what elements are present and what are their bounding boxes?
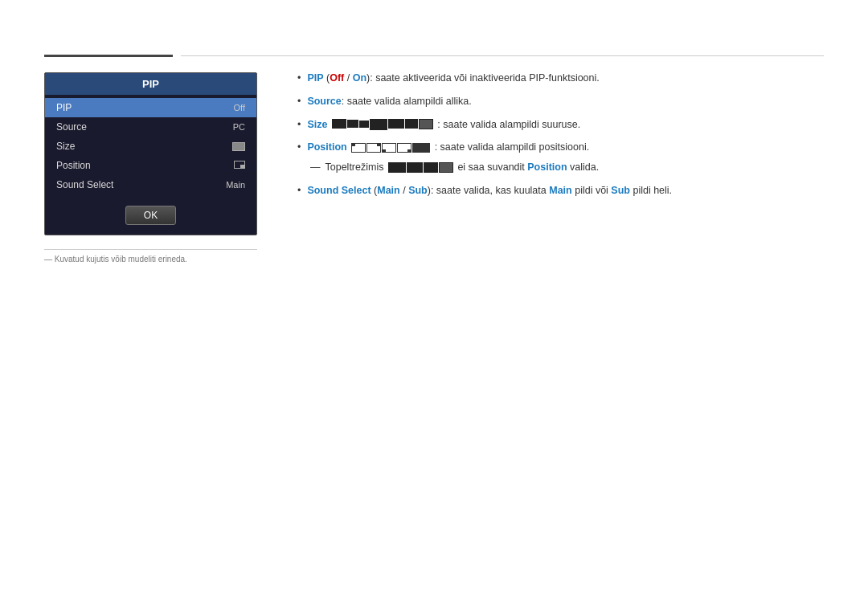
- light-line: [181, 55, 824, 56]
- bullet-position: Position : saa: [297, 140, 824, 155]
- double-mode-icons: [388, 162, 453, 173]
- pip-menu-item-sound-select[interactable]: Sound Select Main: [45, 175, 256, 194]
- bullet-size-content: Size : saate valida alampildi suuruse.: [307, 117, 824, 133]
- sound-main: Main: [377, 185, 399, 196]
- bullet-position-content: Position : saa: [307, 140, 824, 155]
- pos-icon-center: [412, 143, 430, 153]
- size-icon-5: [388, 119, 404, 129]
- size-icon-6: [405, 119, 418, 129]
- pos-icon-br: [397, 143, 411, 153]
- pos-dot: [407, 149, 411, 152]
- pip-menu-item-pip[interactable]: PIP Off: [45, 98, 256, 117]
- position-note-label: Position: [527, 161, 567, 173]
- pos-icon-tl: [351, 143, 366, 153]
- bullet-sound-select-content: Sound Select (Main / Sub): saate valida,…: [307, 183, 824, 198]
- sound-select-item-label: Sound Select: [56, 179, 113, 190]
- sound-select-label: Sound Select: [307, 185, 371, 196]
- dbl-icon-3: [424, 162, 438, 173]
- pip-title: PIP: [45, 73, 256, 95]
- dbl-icon-1: [388, 162, 406, 173]
- pip-label: PIP: [307, 72, 323, 84]
- sound-sub-2: Sub: [611, 185, 630, 196]
- size-icons: [332, 119, 433, 130]
- bullet-pip-content: PIP (Off / On): saate aktiveerida või in…: [307, 71, 824, 86]
- bullet-pip: PIP (Off / On): saate aktiveerida või in…: [297, 71, 824, 86]
- pip-menu-item-size[interactable]: Size: [45, 137, 256, 156]
- ok-button[interactable]: OK: [125, 206, 176, 225]
- pip-item-value: Off: [234, 103, 245, 112]
- position-item-label: Position: [56, 160, 91, 171]
- position-icon: [234, 161, 245, 169]
- size-icon-1: [332, 119, 346, 129]
- pip-menu-item-source[interactable]: Source PC: [45, 117, 256, 137]
- source-label: Source: [307, 96, 341, 107]
- bottom-note: ― Kuvatud kujutis võib mudeliti erineda.: [44, 249, 257, 264]
- pip-item-label: PIP: [56, 102, 72, 113]
- pip-on: On: [353, 72, 366, 84]
- pos-icon-bl: [382, 143, 396, 153]
- position-icons: [351, 143, 430, 153]
- position-item-value: [234, 161, 245, 170]
- pip-menu: PIP Off Source PC Size Position Sound Se…: [45, 95, 256, 198]
- indented-position-note: Topeltrežimis ei saa suvandit Position v…: [297, 160, 824, 175]
- pos-dot: [383, 149, 386, 152]
- bullet-source-content: Source: saate valida alampildi allika.: [307, 94, 824, 109]
- ok-button-row: OK: [45, 198, 256, 235]
- bullet-size: Size : saate valida alampildi suuruse.: [297, 117, 824, 133]
- size-item-label: Size: [56, 141, 75, 152]
- source-item-value: PC: [233, 122, 245, 132]
- top-decorative-lines: [44, 55, 824, 57]
- size-icon-7: [419, 119, 433, 129]
- size-item-value: [232, 141, 245, 152]
- pip-menu-item-position[interactable]: Position: [45, 156, 256, 175]
- content-area: PIP (Off / On): saate aktiveerida või in…: [297, 71, 824, 206]
- source-item-label: Source: [56, 121, 87, 133]
- pos-dot: [377, 144, 380, 146]
- pip-off: Off: [330, 72, 344, 84]
- sound-select-item-value: Main: [226, 180, 245, 190]
- bullet-list-2: Sound Select (Main / Sub): saate valida,…: [297, 183, 824, 198]
- size-label: Size: [307, 119, 327, 130]
- position-label: Position: [307, 141, 346, 153]
- dbl-icon-4: [439, 162, 453, 173]
- pos-icon-tr: [366, 143, 381, 153]
- dbl-icon-2: [407, 162, 423, 173]
- bullet-source: Source: saate valida alampildi allika.: [297, 94, 824, 109]
- size-icon-2: [347, 120, 358, 128]
- indented-note-content: Topeltrežimis ei saa suvandit Position v…: [326, 160, 600, 175]
- sound-main-2: Main: [549, 185, 571, 196]
- pip-panel: PIP PIP Off Source PC Size Position: [44, 72, 257, 235]
- size-icon-3: [359, 121, 369, 128]
- sound-sub: Sub: [408, 185, 428, 196]
- pos-dot: [352, 144, 355, 146]
- bullet-sound-select: Sound Select (Main / Sub): saate valida,…: [297, 183, 824, 198]
- bullet-list: PIP (Off / On): saate aktiveerida või in…: [297, 71, 824, 155]
- dark-line: [44, 55, 173, 57]
- size-icon-4: [370, 119, 387, 130]
